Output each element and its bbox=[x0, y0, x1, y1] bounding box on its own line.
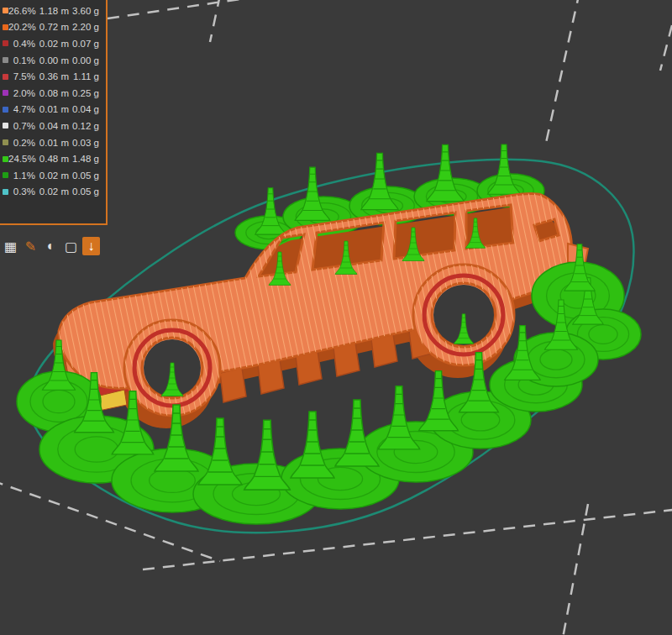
feature-color-swatch bbox=[3, 172, 8, 178]
feature-percent: 0.2% bbox=[8, 138, 35, 148]
feature-weight: 0.07 g bbox=[69, 39, 99, 49]
feature-color-swatch bbox=[3, 189, 8, 195]
cube-icon[interactable]: ▢ bbox=[62, 237, 80, 255]
legend-row[interactable]: 1.1% 0.02 m 0.05 g bbox=[0, 167, 106, 184]
feature-color-swatch bbox=[3, 90, 8, 96]
feature-color-swatch bbox=[3, 139, 8, 145]
legend-row[interactable]: 26.6% 1.18 m 3.60 g bbox=[0, 3, 106, 19]
feature-weight: 0.25 g bbox=[69, 88, 99, 98]
feature-color-swatch bbox=[3, 156, 8, 162]
feature-color-swatch bbox=[3, 8, 8, 13]
legend-toolbar: ▦ ✎ ◐ ▢ ↓ bbox=[2, 237, 100, 255]
feature-percent: 0.4% bbox=[8, 39, 35, 49]
feature-length: 0.01 m bbox=[35, 104, 69, 114]
feature-length: 0.36 m bbox=[35, 71, 69, 81]
feature-color-swatch bbox=[3, 57, 8, 63]
feature-length: 0.04 m bbox=[35, 121, 69, 131]
feature-weight: 0.04 g bbox=[69, 104, 99, 114]
legend-row[interactable]: 24.5% 0.48 m 1.48 g bbox=[0, 150, 106, 167]
feature-length: 0.72 m bbox=[35, 22, 69, 32]
feature-weight: 1.48 g bbox=[69, 154, 99, 164]
front-wheel-ring bbox=[124, 320, 220, 416]
rear-wheel-ring bbox=[413, 265, 514, 365]
feature-percent: 0.7% bbox=[8, 121, 35, 131]
legend-row[interactable]: 0.7% 0.04 m 0.12 g bbox=[0, 118, 106, 134]
feature-length: 0.48 m bbox=[35, 154, 69, 164]
edit-icon[interactable]: ✎ bbox=[22, 237, 39, 255]
feature-length: 0.08 m bbox=[35, 88, 69, 98]
legend-row[interactable]: 0.3% 0.02 m 0.05 g bbox=[0, 184, 106, 201]
feature-percent: 7.5% bbox=[8, 71, 35, 81]
feature-color-swatch bbox=[3, 40, 8, 46]
feature-length: 0.02 m bbox=[35, 186, 69, 197]
feature-color-swatch bbox=[3, 24, 8, 30]
feature-weight: 3.60 g bbox=[69, 6, 99, 16]
feature-percent: 0.3% bbox=[8, 186, 35, 197]
feature-weight: 0.12 g bbox=[69, 121, 99, 131]
feature-length: 1.18 m bbox=[35, 6, 69, 16]
feature-length: 0.00 m bbox=[35, 55, 69, 66]
legend-row[interactable]: 4.7% 0.01 m 0.04 g bbox=[0, 102, 106, 118]
legend-row[interactable]: 2.0% 0.08 m 0.25 g bbox=[0, 85, 106, 102]
legend-grid-icon[interactable]: ▦ bbox=[2, 237, 19, 255]
feature-weight: 0.00 g bbox=[69, 55, 99, 66]
feature-color-swatch bbox=[3, 74, 8, 80]
legend-row[interactable]: 20.2% 0.72 m 2.20 g bbox=[0, 19, 106, 36]
legend-panel: 26.6% 1.18 m 3.60 g 20.2% 0.72 m 2.20 g … bbox=[0, 0, 108, 225]
feature-color-swatch bbox=[3, 107, 8, 113]
legend-row[interactable]: 0.1% 0.00 m 0.00 g bbox=[0, 52, 106, 69]
feature-weight: 0.05 g bbox=[69, 171, 99, 181]
feature-percent: 4.7% bbox=[8, 104, 35, 114]
feature-percent: 2.0% bbox=[8, 88, 35, 98]
contrast-icon[interactable]: ◐ bbox=[42, 237, 60, 255]
feature-percent: 24.5% bbox=[8, 154, 35, 164]
feature-length: 0.01 m bbox=[35, 138, 69, 148]
legend-row[interactable]: 0.2% 0.01 m 0.03 g bbox=[0, 134, 106, 151]
feature-weight: 2.20 g bbox=[69, 22, 99, 32]
feature-percent: 20.2% bbox=[8, 22, 35, 32]
legend-row[interactable]: 7.5% 0.36 m 1.11 g bbox=[0, 68, 106, 85]
feature-color-swatch bbox=[3, 123, 8, 129]
feature-length: 0.02 m bbox=[35, 171, 69, 181]
feature-weight: 0.05 g bbox=[69, 186, 99, 197]
arrow-down-icon[interactable]: ↓ bbox=[82, 237, 100, 255]
legend-row[interactable]: 0.4% 0.02 m 0.07 g bbox=[0, 35, 106, 52]
feature-weight: 0.03 g bbox=[69, 138, 99, 148]
feature-weight: 1.11 g bbox=[69, 71, 99, 81]
feature-length: 0.02 m bbox=[35, 39, 69, 49]
feature-percent: 26.6% bbox=[8, 6, 35, 16]
feature-percent: 0.1% bbox=[8, 55, 35, 66]
feature-percent: 1.1% bbox=[8, 171, 35, 181]
